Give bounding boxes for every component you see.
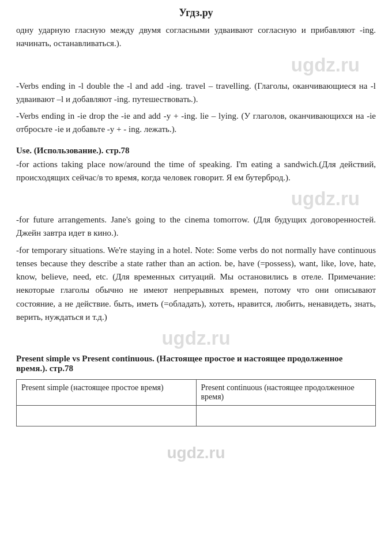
watermark-2: ugdz.ru: [16, 188, 376, 210]
paragraph-2: -Verbs ending in -l double the -l and ad…: [16, 80, 376, 107]
table-row-1-col1: [17, 406, 197, 426]
use-paragraph-2: -for future arrangements. Jane's going t…: [16, 213, 376, 240]
grammar-table: Present simple (настоящее простое время)…: [16, 379, 376, 426]
watermark-footer: ugdz.ru: [0, 444, 392, 473]
watermark-3: ugdz.ru: [16, 327, 376, 349]
paragraph-3: -Verbs ending in -ie drop the -ie and ad…: [16, 110, 376, 137]
watermark-1: ugdz.ru: [16, 54, 376, 76]
paragraph-1: одну ударную гласную между двумя согласн…: [16, 24, 376, 51]
table-row-1-col2: [196, 406, 376, 426]
use-paragraph-3: -for temporary situations. We're staying…: [16, 244, 376, 324]
table-col1-header: Present simple (настоящее простое время): [17, 380, 197, 406]
use-paragraph-1: -for actions taking place now/around the…: [16, 158, 376, 185]
page-title: Угдз.ру: [0, 0, 392, 24]
use-heading: Use. (Использование.). стр.78: [16, 146, 376, 156]
table-col2-header: Present continuous (настоящее продолженн…: [196, 380, 376, 406]
ps-heading: Present simple vs Present continuous. (Н…: [16, 354, 376, 373]
